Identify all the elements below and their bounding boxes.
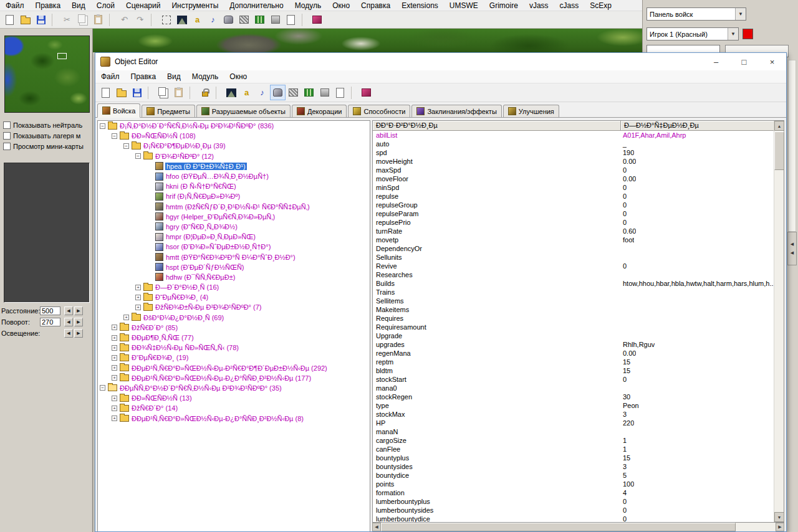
tree-row[interactable]: hfoo (ÐŸÐµÑ…Ð¾Ñ‚Ð¸Ð½ÐµÑ†) [98, 171, 370, 181]
property-row[interactable]: points100 [373, 480, 774, 488]
paste-button[interactable] [171, 85, 186, 100]
property-row[interactable]: reptm15 [373, 358, 774, 366]
paste-button[interactable] [90, 12, 106, 27]
tree-row[interactable]: +ÐžÑÐ¾Ð±Ñ‹Ðµ Ð²Ð¾Ð¹ÑÐºÐ° (7) [98, 302, 370, 312]
tree-row[interactable]: hgry (Ð“Ñ€Ð¸Ñ„Ð¾Ð½) [98, 222, 370, 232]
property-row[interactable]: auto_ [373, 140, 774, 148]
sound-editor-button[interactable]: ♪ [254, 85, 270, 100]
campaign-editor-button[interactable] [286, 85, 301, 100]
maximize-button[interactable]: □ [730, 53, 758, 70]
property-row[interactable]: DependencyOr [373, 244, 774, 253]
tree-expand-toggle[interactable]: + [135, 295, 141, 300]
property-row[interactable]: lumberbountysides0 [373, 506, 774, 515]
field-input[interactable]: 500 [40, 306, 60, 315]
tab-2[interactable]: Предметы [142, 105, 195, 117]
tree-row[interactable]: hmtm (ÐžÑ€ÑƒÐ´Ð¸Ð¹Ð½Ñ‹Ð¹ Ñ€Ð°ÑÑ‡ÐµÑ‚) [98, 202, 370, 212]
tree-row[interactable]: hspt (Ð’ÐµÐ´ÑƒÐ½ÑŒÑ) [98, 262, 370, 272]
property-row[interactable]: manaN [373, 427, 774, 436]
property-row[interactable]: moveFloor0.00 [373, 174, 774, 183]
player-select[interactable]: Игрок 1 (Красный) ▼ [647, 27, 739, 40]
menu-item[interactable]: Правка [30, 1, 67, 11]
tree-row[interactable]: hrif (Ð¡Ñ‚Ñ€ÐµÐ»Ð¾Ðº) [98, 191, 370, 201]
tree-row[interactable]: +Ð—Ð´Ð°Ð½Ð¸Ñ (16) [98, 282, 370, 292]
scrollbar-thumb[interactable]: ◀ ◀ [787, 232, 797, 265]
test-map-button[interactable] [309, 12, 325, 27]
palette-select[interactable]: Панель войск ▼ [647, 7, 746, 21]
cut-button[interactable]: ✂ [59, 12, 75, 27]
terrain-editor-button[interactable] [223, 85, 239, 100]
spin-left-button[interactable]: ◀ [64, 306, 73, 315]
property-row[interactable]: minSpd0 [373, 183, 774, 192]
tree-expand-toggle[interactable]: + [135, 285, 141, 290]
selection-frame-button[interactable] [158, 12, 174, 27]
menu-item[interactable]: Grimoire [484, 1, 524, 11]
spin-left-button[interactable]: ◀ [64, 329, 73, 338]
menu-item[interactable]: Окно [224, 72, 252, 82]
new-document-button[interactable] [98, 85, 113, 100]
tree-row[interactable]: +Ð“ÐµÑ€Ð¾Ð¸ (19) [98, 353, 370, 363]
vertical-scrollbar[interactable]: ▲ ▼ [774, 121, 784, 522]
preview-pane[interactable] [4, 163, 90, 303]
property-row[interactable]: HP220 [373, 419, 774, 427]
close-button[interactable]: × [758, 53, 786, 70]
tree-expand-toggle[interactable]: − [123, 143, 129, 149]
property-row[interactable]: repulseParam0 [373, 209, 774, 218]
menu-item[interactable]: ScExp [584, 1, 617, 11]
tree-expand-toggle[interactable]: − [135, 153, 141, 159]
terrain-palette-button[interactable] [174, 12, 190, 27]
tab-7[interactable]: Улучшения [503, 105, 559, 117]
property-row[interactable]: Trains [373, 288, 774, 297]
menu-item[interactable]: vJass [524, 1, 554, 11]
property-row[interactable]: Buildshtow,hhou,hbar,hbla,hwtw,halt,harm… [373, 279, 774, 288]
tree-row[interactable]: −ÐÐµÑÑ‚Ð°Ð½Ð´Ð°Ñ€Ñ‚Ð½Ñ‹Ðµ Ð²Ð¾Ð¹ÑÐºÐ° (3… [98, 383, 370, 393]
open-folder-button[interactable] [113, 85, 129, 100]
checkbox-row[interactable]: Показывать нейтраль [2, 120, 92, 130]
chevron-down-icon[interactable]: ▼ [728, 28, 738, 40]
property-row[interactable]: bountyplus15 [373, 454, 774, 462]
property-row[interactable]: repulsePrio0 [373, 218, 774, 227]
property-row[interactable]: Sellitems [373, 297, 774, 305]
spin-right-button[interactable]: ▶ [74, 329, 83, 338]
tab-1[interactable]: Войска [97, 103, 140, 118]
tree-expand-toggle[interactable]: + [123, 315, 129, 320]
copy-button[interactable] [155, 85, 171, 100]
tree-expand-toggle[interactable]: − [112, 133, 117, 139]
property-row[interactable]: lumberbountydice0 [373, 515, 774, 522]
minimap[interactable] [4, 36, 90, 113]
property-row[interactable]: typePeon [373, 401, 774, 410]
menu-item[interactable]: Модуль [186, 72, 224, 82]
property-row[interactable]: abilListA01F,Ahar,Amil,Ahrp [373, 131, 774, 140]
scrollbar-track[interactable] [736, 523, 776, 531]
undo-button[interactable]: ↶ [117, 12, 132, 27]
scrollbar-thumb[interactable] [381, 523, 736, 531]
tree-row[interactable]: +ÐšÐ°Ð¼Ð¿Ð°Ð½Ð¸Ñ (69) [98, 313, 370, 323]
menu-item[interactable]: Справка [355, 1, 396, 11]
new-document-button[interactable] [2, 12, 17, 27]
menu-item[interactable]: Инструменты [166, 1, 224, 11]
save-button[interactable] [129, 85, 145, 100]
property-row[interactable]: stockStart0 [373, 375, 774, 384]
property-row[interactable]: Sellunits [373, 253, 774, 262]
field-input[interactable]: 270 [40, 318, 60, 326]
property-row[interactable]: Revive0 [373, 262, 774, 270]
property-row[interactable]: Requiresamount [373, 323, 774, 331]
import-manager-button[interactable] [317, 85, 332, 100]
property-row[interactable]: repulse0 [373, 192, 774, 201]
object-manager-button[interactable] [252, 12, 267, 27]
menu-item[interactable]: UMSWE [444, 1, 484, 11]
tree-row[interactable]: +ÐÐµÐ¹Ñ‚Ñ€Ð°Ð»ÑŒÐ½Ñ‹Ðµ-Ð¿Ð°ÑÑÐ¸Ð²Ð½Ñ‹Ðµ … [98, 373, 370, 383]
property-row[interactable]: stockRegen30 [373, 392, 774, 401]
menu-item[interactable]: Файл [95, 72, 125, 82]
tab-3[interactable]: Разрушаемые объекты [196, 105, 291, 117]
spin-left-button[interactable]: ◀ [64, 318, 73, 326]
property-row[interactable]: cargoSize1 [373, 436, 774, 445]
property-row[interactable]: repulseGroup0 [373, 201, 774, 209]
property-row[interactable]: moveHeight0.00 [373, 157, 774, 166]
property-row[interactable]: formation4 [373, 488, 774, 497]
property-row[interactable]: stockMax3 [373, 410, 774, 419]
tree-row[interactable]: +ÐÐµÐ¶Ð¸Ñ‚ÑŒ (77) [98, 333, 370, 343]
tree-expand-toggle[interactable]: + [135, 305, 141, 310]
property-row[interactable]: Requires [373, 314, 774, 323]
tree-row[interactable]: −Ð¡Ñ€Ð°Ð¶ÐµÐ½Ð¸Ðµ (39) [98, 141, 370, 151]
menu-item[interactable]: Вид [161, 72, 186, 82]
